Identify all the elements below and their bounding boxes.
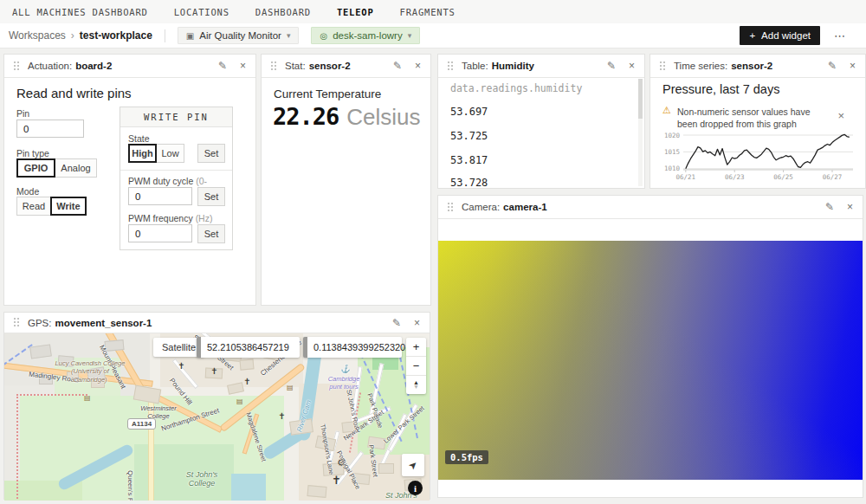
scrollbar-thumb[interactable]	[638, 79, 643, 119]
machine-selector[interactable]: ▣ Air Quality Monitor ▾	[178, 27, 300, 44]
drag-handle-icon[interactable]	[14, 61, 20, 71]
top-nav: ALL MACHINES DASHBOARD LOCATIONS DASHBOA…	[0, 0, 866, 24]
close-icon[interactable]: ×	[629, 61, 635, 71]
chart-title: Pressure, last 7 days	[662, 82, 779, 96]
poi-label: Cambridge punt tours	[321, 375, 366, 391]
chevron-down-icon: ▾	[287, 31, 291, 40]
stat-unit: Celsius	[346, 104, 420, 131]
breadcrumb-workspaces[interactable]: Workspaces	[9, 29, 66, 42]
pwm-duty-input[interactable]: 0	[128, 187, 192, 205]
church-icon: ✝	[210, 366, 217, 376]
drag-handle-icon[interactable]	[448, 203, 454, 212]
longitude-input[interactable]: 0.11384393992523201	[303, 337, 402, 358]
college-label: Lucy Cavendish College (University of Ca…	[55, 359, 126, 384]
nav-fragments[interactable]: FRAGMENTS	[400, 7, 456, 17]
actuation-widget: Actuation: board-2 ✎ × Read and write pi…	[3, 54, 256, 306]
museum-icon: ▤	[236, 397, 243, 405]
state-label: State	[128, 133, 150, 144]
pwm-freq-set-button[interactable]: Set	[197, 224, 225, 243]
close-icon[interactable]: ×	[414, 318, 420, 328]
edit-pencil-icon[interactable]: ✎	[393, 61, 402, 71]
pitch-toggle-button[interactable]: ▲ ▼	[406, 376, 426, 394]
mode-read-button[interactable]: Read	[16, 197, 51, 216]
college-label: Westminster College	[136, 404, 181, 421]
attribution-info-button[interactable]: i	[408, 481, 423, 495]
widget-title-name: sensor-2	[309, 61, 351, 71]
svg-text:1010: 1010	[664, 165, 681, 172]
timeseries-widget: Time series: sensor-2 ✎ × Pressure, last…	[650, 54, 866, 189]
camera-feed-image: 0.5fps	[438, 241, 863, 480]
close-icon[interactable]: ×	[847, 202, 853, 212]
stat-widget: Stat: sensor-2 ✎ × Current Temperature 2…	[261, 54, 431, 306]
gps-widget-header: GPS: movement_sensor-1 ✎ ×	[4, 313, 430, 333]
widget-title-name: sensor-2	[731, 61, 772, 71]
pwm-duty-set-button[interactable]: Set	[197, 187, 225, 206]
zoom-in-button[interactable]: +	[406, 338, 426, 357]
timeseries-widget-header: Time series: sensor-2 ✎ ×	[650, 55, 865, 78]
pwm-freq-input[interactable]: 0	[128, 224, 192, 242]
add-widget-button[interactable]: + Add widget	[740, 26, 820, 45]
state-high-button[interactable]: High	[128, 144, 157, 163]
breadcrumb-current: test-workplace	[80, 29, 152, 42]
part-selector[interactable]: ◎ desk-sam-lowry ▾	[311, 27, 420, 44]
pin-input[interactable]: 0	[16, 120, 84, 138]
zoom-out-button[interactable]: −	[406, 357, 426, 376]
mode-write-button[interactable]: Write	[50, 197, 87, 216]
state-set-button[interactable]: Set	[197, 144, 225, 163]
close-icon[interactable]: ×	[415, 61, 421, 71]
edit-pencil-icon[interactable]: ✎	[607, 61, 616, 71]
drag-handle-icon[interactable]	[271, 61, 277, 71]
museum-icon: ▤	[287, 384, 294, 391]
pin-type-analog-button[interactable]: Analog	[55, 158, 97, 178]
street-label: Queen's Road	[126, 470, 134, 501]
pin-type-gpio-button[interactable]: GPIO	[16, 158, 55, 178]
widget-title: Table:	[462, 61, 488, 71]
plus-icon: +	[749, 30, 755, 41]
latitude-input[interactable]: 52.2105386457219	[197, 337, 300, 358]
church-icon: ✝	[243, 377, 250, 386]
warning-dismiss-icon[interactable]: ×	[837, 109, 844, 122]
add-widget-label: Add widget	[761, 30, 811, 41]
widget-title: Stat:	[285, 61, 306, 71]
edit-pencil-icon[interactable]: ✎	[825, 202, 834, 212]
edit-pencil-icon[interactable]: ✎	[392, 318, 401, 328]
drag-handle-icon[interactable]	[14, 318, 20, 327]
close-icon[interactable]: ×	[850, 61, 856, 71]
edit-pencil-icon[interactable]: ✎	[218, 61, 227, 71]
anchor-icon: ⚓	[340, 365, 350, 373]
widget-title-name: movement_sensor-1	[55, 318, 152, 328]
stat-value: 22.26	[273, 103, 339, 130]
more-menu-icon[interactable]: ⋯	[834, 29, 845, 42]
app-screen: ALL MACHINES DASHBOARD LOCATIONS DASHBOA…	[0, 0, 866, 504]
nav-teleop[interactable]: TELEOP	[337, 7, 374, 17]
nav-locations[interactable]: LOCATIONS	[174, 7, 229, 17]
college-label: St John's College	[176, 470, 228, 488]
church-icon: ✝	[178, 361, 184, 371]
book-icon: ▤	[84, 394, 91, 402]
map-canvas[interactable]: ✝ ✝ ✝ ✝ ✝ ▤ ▤ ▤ ⚙ ⚓ Madingley Road Mount…	[4, 333, 430, 501]
drag-handle-icon[interactable]	[660, 61, 666, 71]
part-selector-label: desk-sam-lowry	[333, 30, 403, 41]
table-row: 53.697	[450, 106, 488, 118]
write-pin-panel: WRITE PIN State High Low Set PWM duty cy…	[120, 107, 233, 250]
widget-title-name: Humidity	[492, 61, 534, 71]
pwm-freq-label: PWM frequency (Hz)	[128, 213, 212, 223]
nav-all-machines-dashboard[interactable]: ALL MACHINES DASHBOARD	[12, 7, 148, 17]
nav-dashboard[interactable]: DASHBOARD	[255, 7, 311, 17]
drag-handle-icon[interactable]	[448, 61, 454, 71]
panel-divider	[120, 170, 232, 171]
fps-badge: 0.5fps	[445, 450, 488, 464]
widget-title: Actuation:	[28, 61, 72, 71]
stat-widget-header: Stat: sensor-2 ✎ ×	[262, 55, 430, 78]
table-row: 53.817	[450, 154, 488, 166]
pitch-down-icon: ▼	[413, 385, 419, 389]
chevron-down-icon: ▾	[408, 31, 412, 40]
camera-widget-header: Camera: camera-1 ✎ ×	[438, 196, 863, 219]
table-column-header: data.readings.humidity	[450, 82, 582, 94]
edit-pencil-icon[interactable]: ✎	[828, 61, 837, 71]
close-icon[interactable]: ×	[240, 61, 246, 71]
pin-label: Pin	[16, 108, 29, 119]
state-low-button[interactable]: Low	[156, 144, 184, 163]
church-icon: ✝	[278, 411, 285, 421]
locate-button[interactable]: ➤	[402, 454, 424, 476]
